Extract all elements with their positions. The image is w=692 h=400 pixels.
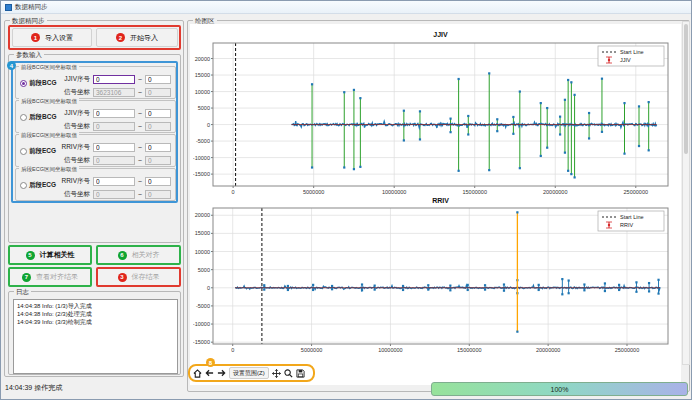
svg-text:0: 0 bbox=[207, 122, 210, 128]
rear-bcg-jjiv-end-input[interactable] bbox=[145, 109, 171, 118]
front-ecg-signal-start-input bbox=[93, 156, 135, 165]
scrollbar-thumb[interactable] bbox=[684, 24, 688, 154]
front-bcg-jjiv-start-input[interactable] bbox=[93, 75, 135, 84]
back-arrow-icon[interactable] bbox=[205, 367, 214, 379]
svg-text:JJIV: JJIV bbox=[433, 31, 448, 38]
rear-ecg-rriv-start-input[interactable] bbox=[93, 177, 135, 186]
tilde: ~ bbox=[138, 110, 142, 117]
front-bcg-signal-start-input bbox=[93, 88, 135, 97]
radio-label: 后段BCG bbox=[29, 113, 56, 122]
front-ecg-rriv-end-input[interactable] bbox=[145, 143, 171, 152]
tilde: ~ bbox=[138, 123, 142, 130]
home-icon[interactable] bbox=[193, 367, 202, 379]
svg-text:-15000: -15000 bbox=[193, 339, 210, 345]
front-ecg-rriv-start-input[interactable] bbox=[93, 143, 135, 152]
tilde: ~ bbox=[138, 178, 142, 185]
svg-text:0: 0 bbox=[207, 285, 210, 291]
svg-text:15000: 15000 bbox=[195, 230, 210, 236]
rear-ecg-signal-end-input bbox=[145, 190, 171, 199]
svg-text:-5000: -5000 bbox=[196, 138, 210, 144]
front-bcg-radio[interactable]: 前段BCG bbox=[20, 79, 56, 88]
view-align-result-button[interactable]: 7 查看对齐结果 bbox=[10, 269, 90, 285]
save-result-label: 保存结果 bbox=[132, 272, 160, 282]
front-bcg-signal-end-input bbox=[145, 88, 171, 97]
tilde: ~ bbox=[138, 89, 142, 96]
rriv-chart[interactable]: 0500000010000000150000002000000025000000… bbox=[193, 195, 683, 361]
rear-ecg-rriv-row: RRIV序号 ~ bbox=[56, 176, 171, 186]
svg-text:-15000: -15000 bbox=[193, 171, 210, 177]
radio-dot bbox=[20, 148, 27, 155]
corr-align-button[interactable]: 6 相关对齐 bbox=[98, 247, 179, 263]
pan-icon[interactable] bbox=[272, 367, 281, 379]
import-settings-label: 导入设置 bbox=[45, 33, 73, 43]
svg-text:5000: 5000 bbox=[198, 267, 210, 273]
log-line: 14:04:39 Info: (3/3)绘制完成 bbox=[17, 318, 174, 326]
param-group-front-bcg: 前段BCG区间坐标取值 前段BCG JJIV序号 ~ 信号坐标 ~ bbox=[15, 66, 176, 99]
params-outline: 前段BCG区间坐标取值 前段BCG JJIV序号 ~ 信号坐标 ~ bbox=[11, 61, 178, 203]
svg-text:10000000: 10000000 bbox=[378, 347, 402, 353]
calc-correlation-button[interactable]: 5 计算相关性 bbox=[10, 247, 90, 263]
radio-label: 后段ECG bbox=[29, 181, 56, 190]
plot-scrollbar[interactable] bbox=[682, 21, 690, 365]
rear-bcg-radio[interactable]: 后段BCG bbox=[20, 113, 56, 122]
radio-dot bbox=[20, 80, 27, 87]
svg-text:20000000: 20000000 bbox=[536, 347, 560, 353]
start-import-button[interactable]: 2 开始导入 bbox=[96, 28, 178, 47]
front-bcg-jjiv-row: JJIV序号 ~ bbox=[56, 74, 171, 84]
front-ecg-radio[interactable]: 前段ECG bbox=[20, 147, 56, 156]
jjiv-chart[interactable]: 0500000010000000150000002000000025000000… bbox=[193, 27, 683, 195]
row-label: RRIV序号 bbox=[56, 177, 90, 186]
front-bcg-jjiv-end-input[interactable] bbox=[145, 75, 171, 84]
row-label: RRIV序号 bbox=[56, 143, 90, 152]
param-group-rear-bcg: 后段BCG区间坐标取值 后段BCG JJIV序号 ~ 信号坐标 ~ bbox=[15, 100, 176, 133]
save-icon[interactable] bbox=[296, 367, 305, 379]
step-badge-2: 2 bbox=[116, 33, 125, 42]
param-group-front-ecg: 前段ECG区间坐标取值 前段ECG RRIV序号 ~ 信号坐标 ~ bbox=[15, 134, 176, 167]
step-badge-5: 5 bbox=[26, 251, 35, 260]
rear-bcg-jjiv-row: JJIV序号 ~ bbox=[56, 108, 171, 118]
titlebar: 数据精同步 bbox=[1, 1, 691, 14]
corr-align-label: 相关对齐 bbox=[132, 250, 160, 260]
rear-bcg-signal-row: 信号坐标 ~ bbox=[56, 121, 171, 131]
zoom-icon[interactable] bbox=[284, 367, 293, 379]
status-text: 14:04:39 操作完成 bbox=[5, 383, 62, 393]
app-window: 数据精同步 数据精同步 1 导入设置 2 开始导入 参数输入 前段BCG区间坐标… bbox=[0, 0, 692, 400]
tilde: ~ bbox=[138, 157, 142, 164]
step-badge-6: 6 bbox=[118, 251, 127, 260]
radio-dot bbox=[20, 114, 27, 121]
rear-ecg-radio[interactable]: 后段ECG bbox=[20, 181, 56, 190]
radio-label: 前段ECG bbox=[29, 147, 56, 156]
svg-text:-10000: -10000 bbox=[193, 321, 210, 327]
rear-bcg-jjiv-start-input[interactable] bbox=[93, 109, 135, 118]
rear-ecg-rriv-end-input[interactable] bbox=[145, 177, 171, 186]
import-settings-button[interactable]: 1 导入设置 bbox=[12, 28, 92, 47]
front-ecg-rriv-row: RRIV序号 ~ bbox=[56, 142, 171, 152]
svg-text:5000000: 5000000 bbox=[301, 347, 322, 353]
log-textarea[interactable]: 14:04:38 Info: (1/3)导入完成 14:04:38 Info: … bbox=[13, 299, 178, 374]
set-range-button[interactable]: 设置范围(Z) bbox=[229, 367, 269, 379]
log-group: 日志 14:04:38 Info: (1/3)导入完成 14:04:38 Inf… bbox=[8, 291, 181, 375]
svg-text:20000: 20000 bbox=[195, 56, 210, 62]
step-badge-7: 7 bbox=[22, 273, 31, 282]
rear-bcg-signal-end-input bbox=[145, 122, 171, 131]
svg-text:0: 0 bbox=[231, 347, 234, 353]
progress-bar: 100% bbox=[431, 382, 688, 396]
row-label: 信号坐标 bbox=[56, 122, 90, 131]
tilde: ~ bbox=[138, 191, 142, 198]
view-align-result-label: 查看对齐结果 bbox=[36, 272, 78, 282]
row-label: 信号坐标 bbox=[56, 156, 90, 165]
rear-bcg-signal-start-input bbox=[93, 122, 135, 131]
save-result-button[interactable]: 3 保存结果 bbox=[98, 269, 179, 285]
tilde: ~ bbox=[138, 76, 142, 83]
svg-text:-10000: -10000 bbox=[193, 155, 210, 161]
start-import-label: 开始导入 bbox=[130, 33, 158, 43]
front-ecg-title: 前段ECG区间坐标取值 bbox=[19, 132, 79, 138]
step-badge-8: 8 bbox=[206, 358, 215, 367]
forward-arrow-icon[interactable] bbox=[217, 367, 226, 379]
svg-text:20000: 20000 bbox=[195, 212, 210, 218]
radio-label: 前段BCG bbox=[29, 79, 56, 88]
rear-ecg-signal-start-input bbox=[93, 190, 135, 199]
svg-text:10000: 10000 bbox=[195, 89, 210, 95]
step-badge-1: 1 bbox=[31, 33, 40, 42]
front-bcg-title: 前段BCG区间坐标取值 bbox=[19, 64, 79, 70]
